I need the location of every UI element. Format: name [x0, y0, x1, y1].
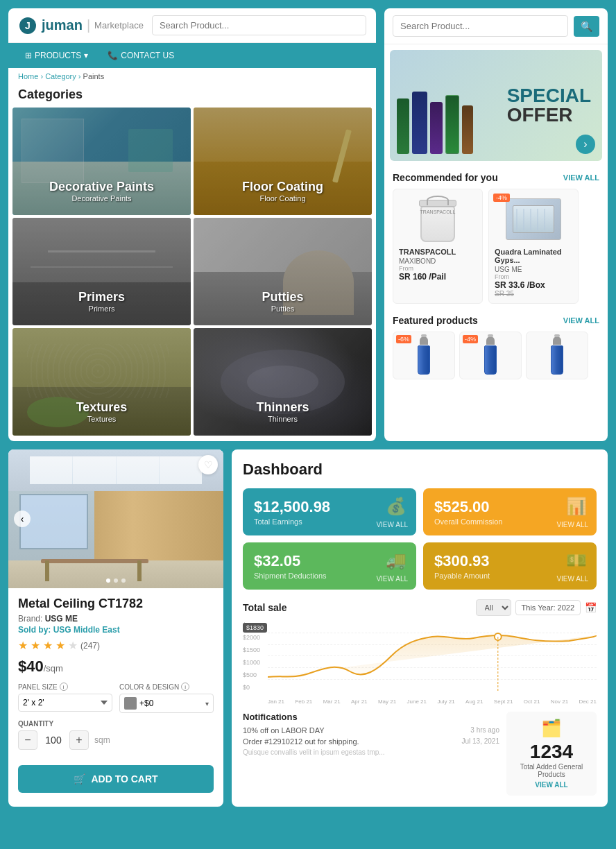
product-name: Quadra Laminated Gyps...: [495, 248, 572, 264]
product-image-quadra: [495, 195, 572, 243]
recommended-products: TRANSPACOLL TRANSPACOLL MAXIBOND From SR…: [384, 186, 608, 309]
product-price: SR 33.6 /Box: [495, 280, 572, 290]
color-design-group: COLOR & DESIGN i +$0 ▾: [119, 683, 214, 713]
x-jul: July 21: [437, 698, 454, 705]
chart-x-labels: Jan 21 Feb 21 Mar 21 Apr 21 May 21 June …: [268, 698, 597, 705]
stats-grid: 💰 $12,500.98 Total Earnings VIEW ALL 📊 $…: [243, 488, 597, 590]
x-aug: Aug 21: [465, 698, 483, 705]
commission-view-all[interactable]: VIEW ALL: [556, 521, 588, 529]
star-3: ★: [43, 639, 53, 652]
bottom-row: ‹ ♡ Metal Ceiling CT1782 Brand: USG ME S…: [0, 449, 616, 815]
notif-time-2: Jul 13, 2021: [462, 737, 500, 746]
product-price-display: $40/sqm: [18, 658, 214, 676]
juman-logo-icon: J: [18, 16, 37, 35]
featured-products: -6% -4%: [384, 329, 608, 385]
y-label-2000: $2000: [243, 634, 265, 641]
featured-product-1[interactable]: -6%: [393, 332, 455, 379]
color-design-label: COLOR & DESIGN i: [119, 683, 214, 691]
category-overlay: Textures Textures: [12, 328, 191, 436]
search-button[interactable]: 🔍: [574, 16, 599, 37]
featured-view-all[interactable]: VIEW ALL: [563, 316, 599, 325]
featured-badge-1: -6%: [396, 335, 411, 343]
quantity-unit: sqm: [94, 735, 110, 745]
special-label: SPECIAL: [507, 86, 591, 105]
panel-size-group: PANEL SIZE i 2' x 2': [18, 683, 112, 713]
featured-img-3: [531, 336, 583, 375]
notification-item-2[interactable]: Order #12910212 out for shipping. Jul 13…: [243, 737, 499, 746]
category-overlay: Putties Putties: [194, 218, 372, 325]
featured-title: Featured products: [393, 315, 478, 326]
payable-view-all[interactable]: VIEW ALL: [556, 575, 588, 583]
add-to-cart-button[interactable]: 🛒 ADD TO CART: [18, 765, 214, 793]
product-from: From: [399, 265, 477, 272]
nav-products-btn[interactable]: ⊞ PRODUCTS ▾: [15, 43, 98, 68]
chart-tooltip: $1830: [243, 623, 267, 633]
stat-commission: 📊 $525.00 Overall Commission VIEW ALL: [423, 488, 597, 535]
gen-products-label: Total Added General Products: [513, 763, 590, 778]
product-brand: USG ME: [495, 266, 572, 273]
gen-products-view-all[interactable]: VIEW ALL: [535, 781, 567, 789]
category-primers[interactable]: Primers Primers: [12, 218, 191, 325]
breadcrumb: Home › Category › Paints: [8, 68, 376, 85]
market-panel: 🔍 SPECIAL OFFER › Recommended for you VI…: [384, 8, 608, 441]
gallery-prev-btn[interactable]: ‹: [14, 511, 31, 527]
shop-search-input[interactable]: [152, 15, 366, 35]
banner-next-btn[interactable]: ›: [576, 135, 595, 154]
product-price: SR 160 /Pail: [399, 272, 477, 282]
nav-products-label: PRODUCTS: [35, 51, 81, 60]
gallery-dot-1[interactable]: [106, 578, 110, 583]
commission-amount: $525.00: [434, 498, 585, 516]
featured-product-2[interactable]: -4%: [459, 332, 522, 379]
category-textures[interactable]: Textures Textures: [12, 328, 191, 436]
chart-area: $2500 $2000 $1500 $1000 $500 $0: [243, 621, 597, 705]
color-design-select[interactable]: +$0 ▾: [119, 694, 214, 713]
breadcrumb-category[interactable]: Category: [45, 72, 76, 80]
gallery-dot-2[interactable]: [114, 578, 118, 583]
calendar-icon[interactable]: 📅: [585, 602, 597, 613]
earnings-view-all[interactable]: VIEW ALL: [376, 521, 408, 529]
category-decorative-paints[interactable]: Decorative Paints Decorative Paints: [12, 108, 191, 215]
stat-total-earnings: 💰 $12,500.98 Total Earnings VIEW ALL: [243, 488, 416, 535]
nav-contact-label: CONTACT US: [121, 51, 174, 60]
featured-product-3[interactable]: [526, 332, 588, 379]
shop-header: J juman | Marketplace: [8, 8, 376, 43]
seller-name[interactable]: USG Middle East: [53, 625, 120, 635]
chart-filter-select[interactable]: All: [476, 599, 511, 616]
nav-contact-btn[interactable]: 📞 CONTACT US: [98, 43, 184, 68]
quantity-decrease-btn[interactable]: −: [18, 730, 37, 750]
product-gallery: ‹ ♡: [8, 449, 223, 588]
y-label-500: $500: [243, 671, 265, 678]
earnings-icon: 💰: [386, 497, 407, 516]
market-search-input[interactable]: [393, 15, 568, 37]
recommended-view-all[interactable]: VIEW ALL: [563, 173, 599, 182]
logo-sub: Marketplace: [94, 20, 144, 31]
shop-logo: J juman | Marketplace: [18, 16, 144, 35]
notification-item-1[interactable]: 10% off on LABOR DAY 3 hrs ago: [243, 726, 499, 735]
chart-title: Total sale: [243, 602, 287, 613]
svg-text:J: J: [25, 20, 31, 31]
product-detail-panel: ‹ ♡ Metal Ceiling CT1782 Brand: USG ME S…: [8, 449, 223, 807]
payable-icon: 💵: [566, 551, 587, 570]
stat-shipment: 🚚 $32.05 Shipment Deductions VIEW ALL: [243, 542, 416, 590]
category-overlay: Primers Primers: [12, 218, 191, 325]
product-card-quadra[interactable]: -4% Quadra Laminated Gyps... USG ME From…: [488, 189, 579, 304]
category-floor-coating[interactable]: Floor Coating Floor Coating: [194, 108, 372, 215]
panel-size-label: PANEL SIZE i: [18, 683, 112, 691]
breadcrumb-home[interactable]: Home: [18, 72, 38, 80]
shipment-view-all[interactable]: VIEW ALL: [376, 575, 408, 583]
notification-item-3[interactable]: Quisque convallis velit in ipsum egestas…: [243, 748, 499, 756]
category-putties[interactable]: Putties Putties: [194, 218, 372, 325]
product-card-transpacoll[interactable]: TRANSPACOLL TRANSPACOLL MAXIBOND From SR…: [393, 189, 483, 304]
x-nov: Nov 21: [551, 698, 568, 705]
gallery-dot-3[interactable]: [121, 578, 126, 583]
x-dec: Dec 21: [579, 698, 596, 705]
y-label-1500: $1500: [243, 646, 265, 653]
quantity-increase-btn[interactable]: +: [69, 730, 89, 750]
category-thinners[interactable]: Thinners Thinners: [194, 328, 372, 436]
panel-size-select[interactable]: 2' x 2': [18, 694, 112, 712]
gallery-heart-btn[interactable]: ♡: [198, 455, 218, 474]
product-discount-badge: -4%: [493, 194, 510, 202]
chart-year: This Year: 2022: [515, 600, 581, 615]
x-apr: Apr 21: [351, 698, 368, 705]
payable-amount: $300.93: [434, 552, 585, 570]
